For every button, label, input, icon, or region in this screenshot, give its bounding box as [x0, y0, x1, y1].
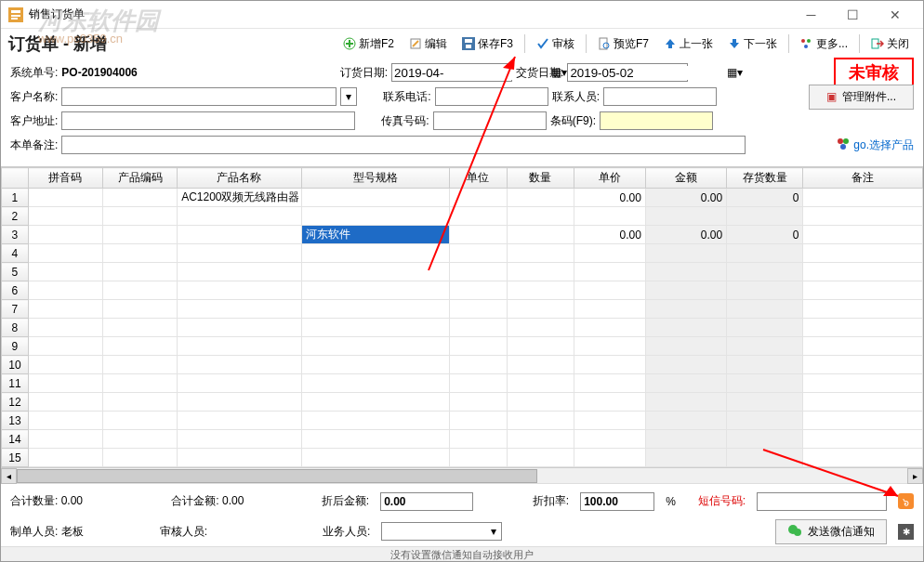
- col-unit[interactable]: 单位: [450, 168, 508, 189]
- cell-code[interactable]: [102, 244, 177, 263]
- cell-note[interactable]: [803, 244, 923, 263]
- cell-note[interactable]: [803, 300, 923, 319]
- close-button[interactable]: 关闭: [865, 33, 916, 56]
- table-row[interactable]: 14: [2, 430, 923, 449]
- chevron-down-icon[interactable]: ▾: [340, 87, 357, 106]
- cell-pinyin[interactable]: [28, 430, 102, 449]
- cell-stock[interactable]: [727, 207, 803, 226]
- cell-spec[interactable]: [301, 281, 449, 300]
- table-row[interactable]: 12: [2, 393, 923, 412]
- custaddr-input[interactable]: [61, 111, 355, 130]
- row-header[interactable]: 15: [2, 449, 29, 467]
- cell-stock[interactable]: [727, 449, 803, 467]
- cell-pinyin[interactable]: [28, 337, 102, 356]
- row-header[interactable]: 6: [2, 281, 29, 300]
- edit-button[interactable]: 编辑: [403, 33, 454, 56]
- minimize-button[interactable]: ─: [790, 2, 832, 28]
- close-window-button[interactable]: ✕: [874, 2, 916, 28]
- cell-pinyin[interactable]: [28, 393, 102, 412]
- cell-qty[interactable]: [507, 189, 574, 207]
- fax-input[interactable]: [433, 111, 547, 130]
- cell-qty[interactable]: [507, 412, 574, 430]
- cell-note[interactable]: [803, 337, 923, 356]
- table-row[interactable]: 7: [2, 300, 923, 319]
- cell-stock[interactable]: [727, 281, 803, 300]
- cell-amount[interactable]: [645, 207, 726, 226]
- scroll-left-button[interactable]: ◂: [1, 468, 17, 484]
- remark-input[interactable]: [61, 136, 746, 154]
- chevron-down-icon[interactable]: ▾: [486, 525, 501, 538]
- deliverdate-input[interactable]: ▦▾: [567, 63, 688, 82]
- cell-name[interactable]: [178, 244, 302, 263]
- table-row[interactable]: 11: [2, 374, 923, 393]
- discrate-input[interactable]: [580, 492, 654, 511]
- cell-price[interactable]: [574, 281, 645, 300]
- chevron-down-icon[interactable]: ▾: [737, 66, 743, 79]
- table-row[interactable]: 9: [2, 337, 923, 356]
- cell-note[interactable]: [803, 412, 923, 430]
- cell-note[interactable]: [803, 189, 923, 207]
- cell-note[interactable]: [803, 393, 923, 412]
- cell-pinyin[interactable]: [28, 281, 102, 300]
- cell-spec[interactable]: [301, 374, 449, 393]
- cell-code[interactable]: [102, 430, 177, 449]
- barcode-input[interactable]: [600, 111, 713, 130]
- row-header[interactable]: 8: [2, 319, 29, 337]
- cell-price[interactable]: [574, 300, 645, 319]
- cell-stock[interactable]: [727, 319, 803, 337]
- col-price[interactable]: 单价: [574, 168, 645, 189]
- cell-amount[interactable]: 0.00: [645, 226, 726, 244]
- cell-spec[interactable]: [301, 244, 449, 263]
- cell-stock[interactable]: [727, 263, 803, 281]
- cell-name[interactable]: [178, 337, 302, 356]
- cell-unit[interactable]: [450, 319, 508, 337]
- cell-price[interactable]: [574, 412, 645, 430]
- col-spec[interactable]: 型号规格: [301, 168, 449, 189]
- row-header[interactable]: 2: [2, 207, 29, 226]
- row-header[interactable]: 14: [2, 430, 29, 449]
- cell-note[interactable]: [803, 430, 923, 449]
- cell-unit[interactable]: [450, 207, 508, 226]
- cell-code[interactable]: [102, 393, 177, 412]
- more-button[interactable]: 更多...: [794, 33, 854, 56]
- cell-code[interactable]: [102, 300, 177, 319]
- row-header[interactable]: 9: [2, 337, 29, 356]
- cell-code[interactable]: [102, 356, 177, 374]
- table-row[interactable]: 2: [2, 207, 923, 226]
- cell-code[interactable]: [102, 449, 177, 467]
- cell-qty[interactable]: [507, 226, 574, 244]
- cell-price[interactable]: [574, 374, 645, 393]
- cell-spec[interactable]: [301, 430, 449, 449]
- cell-name[interactable]: [178, 393, 302, 412]
- table-row[interactable]: 15: [2, 449, 923, 467]
- cell-code[interactable]: [102, 207, 177, 226]
- afterdisc-input[interactable]: [380, 492, 473, 511]
- cell-spec[interactable]: [301, 412, 449, 430]
- table-row[interactable]: 1AC1200双频无线路由器0.000.000: [2, 189, 923, 207]
- cell-pinyin[interactable]: [28, 263, 102, 281]
- cell-pinyin[interactable]: [28, 207, 102, 226]
- row-header[interactable]: 5: [2, 263, 29, 281]
- cell-pinyin[interactable]: [28, 356, 102, 374]
- table-row[interactable]: 13: [2, 412, 923, 430]
- cell-price[interactable]: [574, 430, 645, 449]
- cell-amount[interactable]: [645, 263, 726, 281]
- cell-qty[interactable]: [507, 356, 574, 374]
- new-button[interactable]: 新增F2: [337, 33, 401, 56]
- cell-amount[interactable]: [645, 374, 726, 393]
- cell-pinyin[interactable]: [28, 412, 102, 430]
- cell-amount[interactable]: [645, 356, 726, 374]
- cell-pinyin[interactable]: [28, 374, 102, 393]
- row-header[interactable]: 1: [2, 189, 29, 207]
- cell-name[interactable]: [178, 226, 302, 244]
- cell-spec[interactable]: [301, 263, 449, 281]
- cell-unit[interactable]: [450, 263, 508, 281]
- row-header[interactable]: 11: [2, 374, 29, 393]
- cell-name[interactable]: [178, 300, 302, 319]
- cell-qty[interactable]: [507, 244, 574, 263]
- cell-code[interactable]: [102, 319, 177, 337]
- col-amount[interactable]: 金额: [645, 168, 726, 189]
- cell-stock[interactable]: [727, 430, 803, 449]
- cell-qty[interactable]: [507, 300, 574, 319]
- cell-price[interactable]: [574, 393, 645, 412]
